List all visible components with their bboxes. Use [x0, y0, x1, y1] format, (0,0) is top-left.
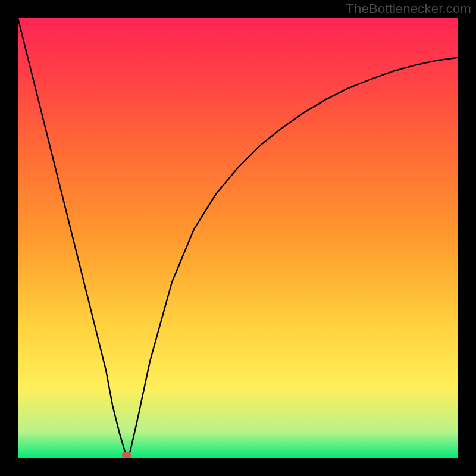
- plot-area: [18, 18, 458, 458]
- chart-stage: TheBottlenecker.com: [0, 0, 476, 476]
- watermark-label: TheBottlenecker.com: [346, 1, 471, 17]
- gradient-background: [18, 18, 458, 458]
- chart-svg: [18, 18, 458, 458]
